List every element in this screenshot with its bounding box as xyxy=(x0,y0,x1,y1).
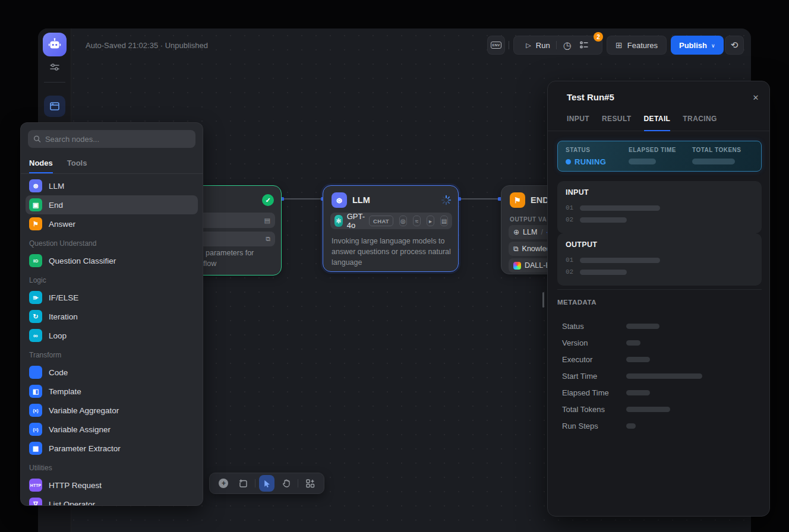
publish-button[interactable]: Publish ∨ xyxy=(671,36,724,55)
metadata-label: Total Tokens xyxy=(562,405,605,414)
answer-icon: ⚑ xyxy=(29,217,42,230)
elapsed-time-skeleton xyxy=(629,159,656,164)
llm-node-icon: ⊛ xyxy=(332,192,347,208)
row-index: 02 xyxy=(566,216,573,223)
node-item-label: IF/ELSE xyxy=(49,293,78,302)
output-card: OUTPUT 0102 xyxy=(557,233,762,286)
node-item-label: Answer xyxy=(49,220,75,229)
metadata-skeleton xyxy=(626,324,659,329)
node-item-label: List Operator xyxy=(49,500,95,506)
section-title: Question Understand xyxy=(26,233,198,251)
add-note-button[interactable] xyxy=(235,475,251,492)
http-request-icon: HTTP xyxy=(29,479,42,492)
test-run-panel: Test Run#5 ✕ INPUTRESULTDETAILTRACING ST… xyxy=(547,81,770,517)
node-item-label: Template xyxy=(49,387,81,396)
document-capability-icon: ▤ xyxy=(440,216,448,226)
metadata-label: Executor xyxy=(562,355,592,364)
run-button[interactable]: Run xyxy=(536,41,550,50)
status-label: STATUS xyxy=(566,147,606,153)
app-avatar-robot-icon[interactable] xyxy=(43,33,67,56)
preferences-sliders-icon[interactable] xyxy=(48,60,62,74)
section-divider xyxy=(557,289,762,290)
metadata-row-elapsed-time: Elapsed Time xyxy=(562,384,762,401)
pointer-mode-button[interactable] xyxy=(259,475,275,492)
model-selector[interactable]: ✻ GPT-4o CHAT ◎ ≈ ▸ ▤ xyxy=(330,213,452,229)
node-item-if-else[interactable]: ⋔IF/ELSE xyxy=(26,288,198,307)
close-icon[interactable]: ✕ xyxy=(750,91,762,103)
copy-icon: ⧉ xyxy=(266,235,270,243)
env-variables-button[interactable]: ENV xyxy=(487,36,505,55)
chat-mode-badge: CHAT xyxy=(369,216,393,226)
version-history-button[interactable]: ⟲ xyxy=(725,36,744,55)
env-icon: ENV xyxy=(491,42,502,49)
list-operator-icon: ∇ xyxy=(29,498,42,505)
llm-node-title: LLM xyxy=(352,195,370,205)
run-group-separator xyxy=(556,41,557,49)
node-item-label: Loop xyxy=(49,331,67,340)
features-button[interactable]: ⊞ Features xyxy=(607,36,667,55)
tab-result[interactable]: RESULT xyxy=(602,109,632,131)
metadata-label: Run Steps xyxy=(562,422,598,430)
node-item-label: End xyxy=(49,201,63,210)
metadata-skeleton xyxy=(626,340,640,346)
end-icon: ▣ xyxy=(29,198,42,211)
vision-capability-icon: ◎ xyxy=(399,216,407,226)
search-input[interactable] xyxy=(45,135,190,144)
node-item-variable-aggregator[interactable]: {x}Variable Aggregator xyxy=(26,401,198,420)
row-index: 01 xyxy=(566,204,573,211)
paragraph-icon: ▤ xyxy=(264,217,270,224)
metadata-skeleton xyxy=(626,357,650,362)
node-item-label: HTTP Request xyxy=(49,481,102,490)
metadata-label: Status xyxy=(562,322,584,331)
section-title: Transform xyxy=(26,345,198,363)
plus-circle-icon: + xyxy=(219,479,228,488)
checklist-count-badge[interactable]: 2 xyxy=(594,32,603,42)
node-item-variable-assigner[interactable]: {=}Variable Assigner xyxy=(26,420,198,439)
tab-tracing[interactable]: TRACING xyxy=(683,109,717,131)
output-title: OUTPUT xyxy=(566,240,753,249)
elapsed-time-label: ELAPSED TIME xyxy=(629,147,676,153)
node-item-answer[interactable]: ⚑Answer xyxy=(26,214,198,233)
tab-detail[interactable]: DETAIL xyxy=(644,109,671,131)
tab-tools[interactable]: Tools xyxy=(67,155,87,173)
node-item-end[interactable]: ▣End xyxy=(26,195,198,214)
node-item-template[interactable]: ◧Template xyxy=(26,382,198,401)
robot-icon xyxy=(48,37,62,52)
metadata-row-start-time: Start Time xyxy=(562,368,762,384)
hand-mode-button[interactable] xyxy=(278,475,294,492)
llm-var-icon: ⊕ xyxy=(513,228,519,236)
dalle-var-icon xyxy=(513,262,521,270)
node-item-question-classifier[interactable]: ‖DQuestion Classifier xyxy=(26,251,198,270)
metadata-label: Elapsed Time xyxy=(562,388,609,397)
canvas-scrollbar-thumb[interactable] xyxy=(542,292,544,308)
note-plus-icon xyxy=(238,479,248,489)
checklist-icon[interactable] xyxy=(578,39,590,51)
node-item-label: Variable Aggregator xyxy=(49,406,119,415)
organize-nodes-button[interactable] xyxy=(302,475,318,492)
run-history-icon[interactable]: ◷ xyxy=(561,39,573,51)
node-item-list-operator[interactable]: ∇List Operator xyxy=(26,495,198,505)
node-list: ⊛LLM▣End⚑AnswerQuestion Understand‖DQues… xyxy=(21,174,203,505)
node-item-parameter-extractor[interactable]: ▦Parameter Extractor xyxy=(26,439,198,458)
knowledge-var-icon: ⧉ xyxy=(513,245,519,253)
parameter-extractor-icon: ▦ xyxy=(29,442,42,455)
preview-window-icon[interactable] xyxy=(44,96,65,117)
node-item-loop[interactable]: ∞Loop xyxy=(26,326,198,345)
metadata-row-executor: Executor xyxy=(562,351,762,368)
iteration-icon: ↻ xyxy=(29,310,42,323)
node-item-http-request[interactable]: HTTPHTTP Request xyxy=(26,476,198,495)
section-title: Logic xyxy=(26,270,198,288)
audio-capability-icon: ≈ xyxy=(413,216,421,226)
node-item-code[interactable]: Code xyxy=(26,363,198,382)
io-row: 02 xyxy=(566,267,753,277)
search-box[interactable] xyxy=(28,130,195,148)
tab-input[interactable]: INPUT xyxy=(567,109,589,131)
node-item-label: Iteration xyxy=(49,312,78,321)
add-node-button[interactable]: + xyxy=(216,475,232,492)
value-skeleton xyxy=(580,205,660,211)
tab-nodes[interactable]: Nodes xyxy=(29,155,53,173)
llm-node[interactable]: ⊛ LLM ✻ GPT-4o CHAT ◎ ≈ ▸ xyxy=(323,185,459,272)
node-item-iteration[interactable]: ↻Iteration xyxy=(26,307,198,326)
node-item-llm[interactable]: ⊛LLM xyxy=(26,176,198,195)
run-play-icon[interactable]: ▷ xyxy=(526,42,531,49)
